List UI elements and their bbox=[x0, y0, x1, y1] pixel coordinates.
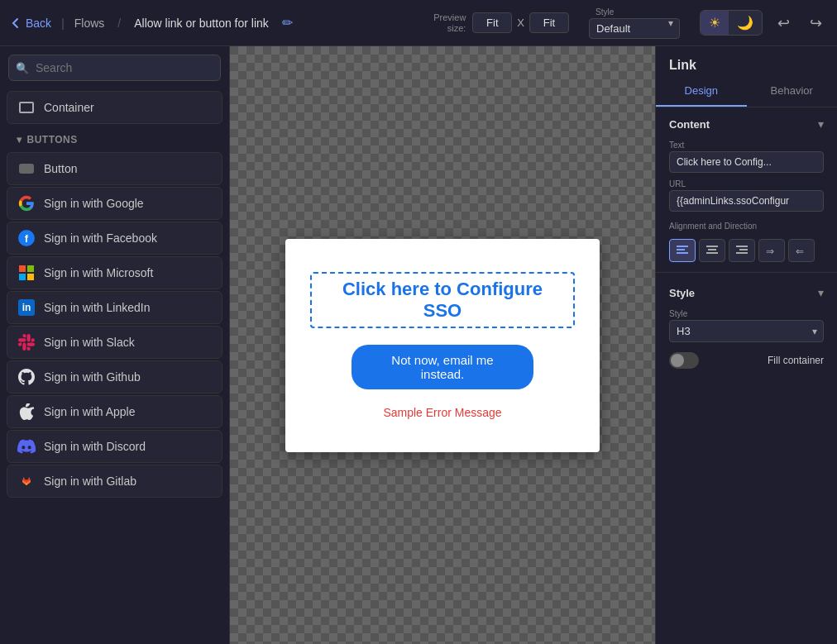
container-label: Container bbox=[44, 101, 94, 114]
linkedin-icon: in bbox=[17, 298, 36, 317]
style-select-right[interactable]: H3 H1 H2 H4 Body Caption bbox=[669, 320, 824, 342]
sidebar-item-slack[interactable]: Sign in with Slack bbox=[7, 326, 222, 359]
tab-behavior[interactable]: Behavior bbox=[747, 76, 838, 107]
style-section-title: Style bbox=[669, 287, 695, 299]
gitlab-label: Sign in with Gitlab bbox=[44, 475, 136, 488]
undo-button[interactable]: ↩ bbox=[772, 11, 795, 36]
redo-button[interactable]: ↪ bbox=[805, 11, 827, 36]
style-select[interactable]: Default Light Dark bbox=[589, 18, 680, 39]
back-label: Back bbox=[26, 17, 51, 30]
svg-rect-5 bbox=[706, 252, 718, 254]
dir-ltr-button[interactable]: ⇒ bbox=[758, 239, 785, 262]
align-center-button[interactable] bbox=[699, 239, 725, 262]
search-input[interactable] bbox=[8, 55, 221, 81]
text-field-wrapper: Text bbox=[669, 141, 824, 173]
theme-sun-button[interactable]: ☀ bbox=[701, 11, 729, 35]
facebook-icon: f bbox=[17, 229, 36, 247]
svg-rect-0 bbox=[677, 246, 688, 247]
buttons-section-header: ▾ BUTTONS bbox=[7, 129, 222, 150]
left-sidebar: 🔍 Container ▾ BUTTONS Button bbox=[0, 46, 230, 644]
tab-design[interactable]: Design bbox=[656, 76, 747, 107]
preview-label-line2: size: bbox=[447, 23, 466, 33]
github-label: Sign in with Github bbox=[44, 370, 141, 384]
button-icon bbox=[17, 160, 36, 178]
style-group: Style Default Light Dark bbox=[589, 7, 680, 39]
alignment-field-group: Alignment and Direction ⇒ ⇐ bbox=[656, 218, 837, 269]
sidebar-item-linkedin[interactable]: in Sign in with LinkedIn bbox=[7, 291, 222, 324]
apple-icon bbox=[17, 403, 36, 421]
breadcrumb-flows[interactable]: Flows bbox=[74, 17, 105, 30]
preview-height-input[interactable] bbox=[529, 12, 569, 33]
url-field-wrapper: URL bbox=[669, 179, 824, 212]
sidebar-item-discord[interactable]: Sign in with Discord bbox=[7, 430, 222, 463]
microsoft-icon bbox=[17, 264, 36, 282]
alignment-group: ⇒ ⇐ bbox=[669, 239, 824, 262]
right-panel-tabs: Design Behavior bbox=[656, 76, 837, 107]
slack-label: Sign in with Slack bbox=[44, 336, 135, 349]
sidebar-items-list: Container ▾ BUTTONS Button bbox=[0, 89, 229, 644]
svg-rect-1 bbox=[677, 249, 685, 250]
content-section-title: Content bbox=[669, 118, 710, 131]
theme-moon-button[interactable]: 🌙 bbox=[729, 11, 762, 35]
content-section-header: Content ▾ bbox=[656, 107, 837, 137]
buttons-section-label: BUTTONS bbox=[27, 134, 78, 145]
style-field-group: Style H3 H1 H2 H4 Body Caption bbox=[656, 306, 837, 349]
canvas-email-button[interactable]: Not now, email me instead. bbox=[352, 345, 533, 389]
breadcrumb-current: Allow link or button for link bbox=[134, 17, 269, 30]
style-field-wrapper: Style H3 H1 H2 H4 Body Caption bbox=[669, 309, 824, 342]
style-select-wrapper: Style Default Light Dark bbox=[589, 7, 680, 39]
button-label: Button bbox=[44, 162, 77, 175]
theme-toggle: ☀ 🌙 bbox=[700, 10, 763, 36]
svg-rect-4 bbox=[708, 249, 716, 250]
back-button[interactable]: Back bbox=[10, 17, 51, 30]
sidebar-item-facebook[interactable]: f Sign in with Facebook bbox=[7, 222, 222, 255]
preview-width-input[interactable] bbox=[472, 12, 512, 33]
url-field-input[interactable] bbox=[669, 190, 824, 212]
svg-rect-2 bbox=[677, 252, 688, 254]
fill-container-label: Fill container bbox=[768, 355, 824, 366]
canvas-content-card: Click here to Configure SSO Not now, ema… bbox=[285, 239, 600, 452]
sidebar-item-apple[interactable]: Sign in with Apple bbox=[7, 395, 222, 428]
microsoft-label: Sign in with Microsoft bbox=[44, 266, 153, 279]
fill-container-row: Fill container bbox=[656, 349, 837, 375]
style-section-header: Style ▾ bbox=[656, 276, 837, 306]
content-collapse-button[interactable]: ▾ bbox=[818, 117, 824, 131]
google-icon bbox=[17, 194, 36, 212]
svg-text:⇒: ⇒ bbox=[766, 246, 774, 256]
style-collapse-button[interactable]: ▾ bbox=[818, 286, 824, 299]
sidebar-item-gitlab[interactable]: Sign in with Gitlab bbox=[7, 465, 222, 498]
sidebar-item-google[interactable]: Sign in with Google bbox=[7, 187, 222, 220]
sidebar-item-button[interactable]: Button bbox=[7, 152, 222, 185]
sidebar-item-microsoft[interactable]: Sign in with Microsoft bbox=[7, 256, 222, 289]
canvas-link-text[interactable]: Click here to Configure SSO bbox=[310, 272, 575, 328]
canvas-error-text: Sample Error Message bbox=[383, 406, 501, 419]
fill-container-toggle[interactable] bbox=[669, 352, 699, 369]
linkedin-label: Sign in with LinkedIn bbox=[44, 301, 150, 314]
facebook-label: Sign in with Facebook bbox=[44, 231, 157, 245]
topbar-divider: | bbox=[61, 17, 65, 30]
url-field-label: URL bbox=[669, 179, 824, 188]
google-label: Sign in with Google bbox=[44, 197, 144, 210]
search-box: 🔍 bbox=[8, 55, 221, 81]
svg-text:⇐: ⇐ bbox=[796, 246, 804, 256]
style-field-label: Style bbox=[669, 309, 824, 318]
container-icon bbox=[17, 98, 36, 117]
breadcrumb-sep: / bbox=[117, 17, 121, 30]
align-left-button[interactable] bbox=[669, 239, 696, 262]
edit-icon[interactable]: ✏ bbox=[282, 15, 293, 31]
search-icon: 🔍 bbox=[16, 62, 29, 74]
style-label: Style bbox=[589, 7, 680, 17]
gitlab-icon bbox=[17, 472, 36, 490]
align-right-button[interactable] bbox=[729, 239, 755, 262]
size-x-label: X bbox=[517, 17, 524, 29]
right-panel: Link Design Behavior Content ▾ Text URL bbox=[655, 46, 837, 644]
discord-label: Sign in with Discord bbox=[44, 440, 146, 453]
text-field-group: Text URL bbox=[656, 137, 837, 218]
sidebar-item-container[interactable]: Container bbox=[7, 91, 222, 124]
svg-rect-7 bbox=[739, 249, 748, 250]
sidebar-item-github[interactable]: Sign in with Github bbox=[7, 360, 222, 394]
dir-rtl-button[interactable]: ⇐ bbox=[788, 239, 815, 262]
preview-label-line1: Preview bbox=[433, 12, 466, 22]
text-field-label: Text bbox=[669, 141, 824, 150]
text-field-input[interactable] bbox=[669, 151, 824, 173]
